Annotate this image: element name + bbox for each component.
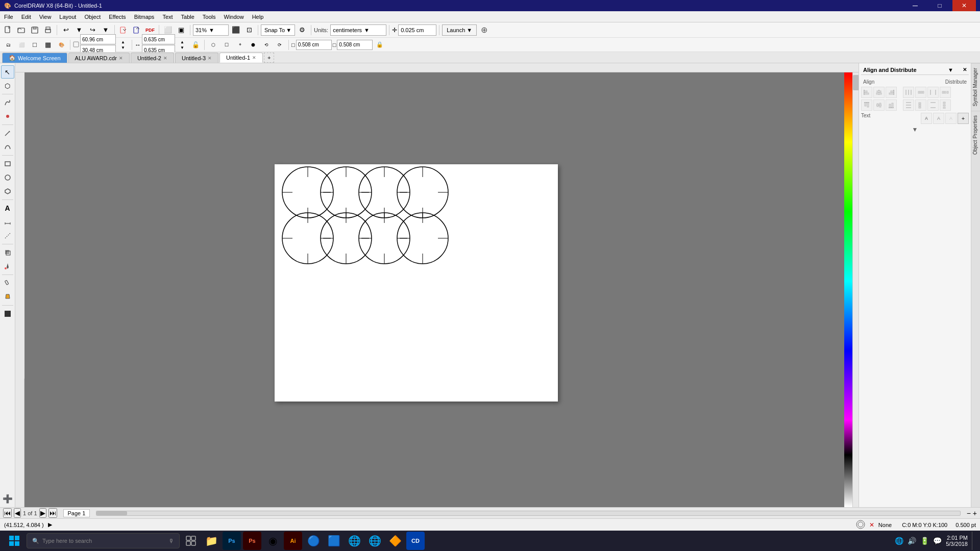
- canvas-scroll[interactable]: [24, 72, 852, 507]
- distribute-left-button[interactable]: [903, 87, 914, 98]
- freehand-tool-button[interactable]: [1, 96, 14, 109]
- width-input[interactable]: [142, 34, 175, 44]
- open-button[interactable]: [15, 24, 28, 36]
- photoshop-button[interactable]: Ps: [223, 532, 241, 550]
- menu-edit[interactable]: Edit: [17, 11, 35, 22]
- tab-untitled2-close[interactable]: ✕: [163, 56, 167, 61]
- polygon-tool-button[interactable]: [1, 185, 14, 198]
- task-view-button[interactable]: [182, 532, 200, 550]
- chrome2-button[interactable]: 🌐: [365, 532, 384, 550]
- menu-file[interactable]: File: [0, 11, 17, 22]
- photoshop2-button[interactable]: Ps: [243, 532, 261, 550]
- zoom-in-button[interactable]: +: [973, 509, 977, 517]
- horizontal-scrollbar[interactable]: [96, 511, 960, 516]
- lock-icon[interactable]: 🔒: [374, 39, 386, 51]
- distribute-center-v-button[interactable]: [915, 99, 926, 111]
- bezier-tool-button[interactable]: [1, 140, 14, 154]
- tab-untitled3-close[interactable]: ✕: [208, 56, 212, 61]
- status-arrow[interactable]: ▶: [48, 521, 52, 528]
- tab-untitled2[interactable]: Untitled-2 ✕: [131, 53, 174, 63]
- align-center-h-button[interactable]: [873, 87, 885, 98]
- menu-text[interactable]: Text: [158, 11, 177, 22]
- align-bottom-button[interactable]: [886, 99, 897, 111]
- transform-btn5[interactable]: ⟲: [260, 39, 273, 51]
- restore-button[interactable]: □: [928, 0, 951, 11]
- panel-expand[interactable]: ▼: [948, 67, 953, 73]
- w-up[interactable]: ▲: [176, 39, 188, 44]
- file-explorer-button[interactable]: 📁: [202, 532, 220, 550]
- nudge-input[interactable]: [398, 24, 436, 36]
- menu-table[interactable]: Table: [177, 11, 199, 22]
- lock-ratio[interactable]: 🔓: [189, 39, 202, 51]
- close-button[interactable]: ✕: [952, 0, 976, 11]
- menu-bitmaps[interactable]: Bitmaps: [130, 11, 159, 22]
- tab-alu-close[interactable]: ✕: [119, 56, 123, 61]
- align-center-v-button[interactable]: [873, 99, 885, 111]
- launch-button[interactable]: Launch ▼: [442, 24, 477, 36]
- export-button[interactable]: [131, 24, 143, 36]
- dimension-tool-button[interactable]: [1, 215, 14, 229]
- undo-button[interactable]: ↩: [60, 24, 72, 36]
- zoom-to-selection[interactable]: ⊡: [243, 24, 255, 36]
- app7-button[interactable]: 🟦: [325, 532, 343, 550]
- menu-tools[interactable]: Tools: [199, 11, 220, 22]
- tab-untitled1-close[interactable]: ✕: [252, 55, 256, 60]
- voice-icon[interactable]: 🎙: [168, 538, 174, 544]
- action-center-icon[interactable]: 💬: [933, 537, 942, 545]
- print-button[interactable]: [42, 24, 54, 36]
- transform-btn1[interactable]: ⬡: [207, 39, 219, 51]
- tab-add-button[interactable]: +: [264, 53, 274, 63]
- vtab-symbol-manager[interactable]: Symbol Manager: [971, 63, 980, 111]
- menu-view[interactable]: View: [35, 11, 56, 22]
- pen-tool-button[interactable]: [1, 127, 14, 140]
- text-tool-button[interactable]: A: [1, 202, 14, 215]
- x-up[interactable]: ▲: [117, 39, 129, 44]
- volume-icon[interactable]: 🔊: [908, 537, 916, 545]
- smart-fill-button[interactable]: [1, 307, 14, 320]
- units-dropdown[interactable]: centimeters ▼: [330, 24, 386, 36]
- text-align-btn1[interactable]: A: [921, 113, 932, 124]
- zoom-to-page[interactable]: ⬛: [230, 24, 242, 36]
- page-first-button[interactable]: ⏮: [3, 508, 12, 518]
- app10-button[interactable]: 🔶: [386, 532, 404, 550]
- import-button[interactable]: [117, 24, 130, 36]
- x-down[interactable]: ▼: [117, 45, 129, 50]
- distribute-space-v-button[interactable]: [940, 99, 951, 111]
- minimize-button[interactable]: ─: [903, 0, 927, 11]
- corel-app-button[interactable]: ◉: [263, 532, 282, 550]
- align-left-button[interactable]: [861, 87, 872, 98]
- coreldraw-taskbar-button[interactable]: CD: [406, 532, 425, 550]
- rectangle-tool-button[interactable]: [1, 157, 14, 170]
- clock[interactable]: 2:01 PM 5/3/2018: [946, 535, 968, 547]
- menu-window[interactable]: Window: [220, 11, 248, 22]
- start-button[interactable]: [4, 532, 24, 550]
- illustrator-button[interactable]: Ai: [284, 532, 302, 550]
- transform-btn4[interactable]: ⬣: [247, 39, 259, 51]
- eyedropper-button[interactable]: [1, 277, 14, 290]
- shape-tool-button[interactable]: ⬡: [1, 79, 14, 92]
- ellipse-tool-button[interactable]: [1, 171, 14, 184]
- tab-untitled3[interactable]: Untitled-3 ✕: [175, 53, 218, 63]
- zoom-dropdown[interactable]: 31% ▼: [193, 24, 229, 36]
- drop-shadow-button[interactable]: [1, 246, 14, 259]
- size-w-input[interactable]: [296, 40, 332, 50]
- x-coord-input[interactable]: [80, 34, 116, 44]
- settings-button[interactable]: ⚙: [296, 24, 308, 36]
- paint-bucket-button[interactable]: [1, 290, 14, 304]
- expand-chevron[interactable]: ▼: [861, 126, 969, 133]
- page-next-button[interactable]: ▶: [39, 508, 46, 518]
- new-button[interactable]: [2, 24, 14, 36]
- chrome-button[interactable]: 🌐: [345, 532, 363, 550]
- text-align-btn4[interactable]: +: [958, 113, 969, 124]
- search-bar[interactable]: 🔍 Type here to search 🎙: [27, 533, 180, 548]
- artistic-media-button[interactable]: [1, 110, 14, 123]
- zoom-plus-button[interactable]: ⊕: [478, 24, 490, 36]
- align-right-button[interactable]: [886, 87, 897, 98]
- tab-alu[interactable]: ALU AWARD.cdr ✕: [68, 53, 130, 63]
- transform-btn6[interactable]: ⟳: [274, 39, 286, 51]
- text-align-btn3[interactable]: A: [945, 113, 957, 124]
- distribute-right-button[interactable]: [927, 87, 939, 98]
- network-icon[interactable]: 🌐: [895, 537, 903, 545]
- menu-effects[interactable]: Effects: [105, 11, 130, 22]
- distribute-space-h-button[interactable]: [940, 87, 951, 98]
